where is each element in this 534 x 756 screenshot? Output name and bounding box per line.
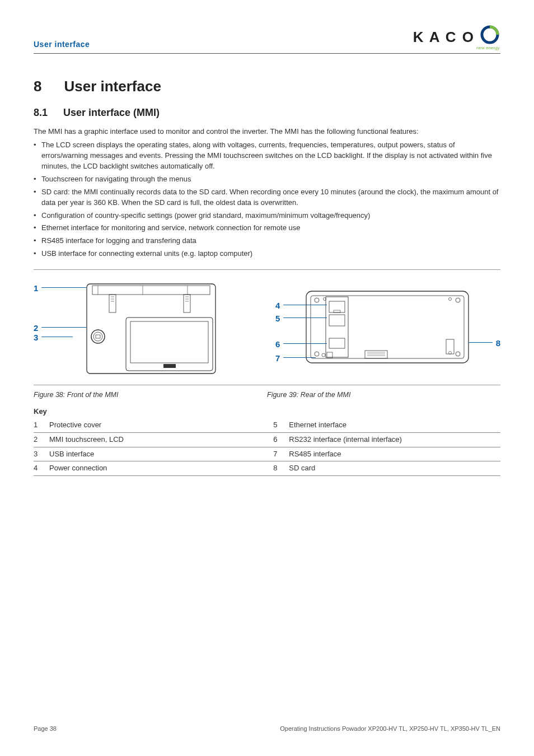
list-item: Configuration of country-specific settin… (34, 211, 500, 221)
callout-3: 3 (34, 332, 38, 344)
mmi-front-diagram (56, 281, 241, 379)
list-item: Touchscreen for navigating through the m… (34, 174, 500, 185)
key-text: SD card (289, 461, 500, 476)
table-row: 3 USB interface 7 RS485 interface (34, 447, 500, 461)
heading-2: 8.1 User interface (MMI) (34, 105, 500, 120)
key-text: RS485 interface (289, 447, 500, 461)
heading-2-number: 8.1 (34, 105, 48, 120)
svg-point-22 (315, 298, 319, 302)
header-section-title: User interface (34, 39, 90, 50)
page-footer: Page 38 Operating Instructions Powador X… (34, 725, 500, 734)
key-text: RS232 interface (internal interface) (289, 432, 500, 447)
caption-front: Figure 38: Front of the MMI (34, 390, 267, 400)
callout-4: 4 (275, 300, 280, 312)
feature-list: The LCD screen displays the operating st… (34, 140, 500, 259)
mmi-rear-diagram (292, 287, 483, 379)
svg-rect-32 (329, 338, 345, 348)
key-text: USB interface (49, 447, 273, 461)
list-item: Ethernet interface for monitoring and se… (34, 223, 500, 234)
svg-rect-6 (109, 295, 116, 312)
svg-rect-2 (92, 286, 210, 295)
footer-page-number: Page 38 (34, 725, 57, 734)
svg-point-27 (449, 297, 452, 300)
heading-1-text: User interface (64, 76, 161, 97)
svg-rect-29 (329, 301, 345, 312)
heading-2-text: User interface (MMI) (63, 105, 160, 120)
svg-point-18 (93, 332, 102, 341)
footer-doc-title: Operating Instructions Powador XP200-HV … (280, 725, 500, 734)
key-num: 7 (273, 447, 289, 461)
key-text: Protective cover (49, 418, 273, 432)
figure-front: 1 2 3 (34, 281, 259, 379)
svg-point-33 (322, 353, 325, 357)
page-header: User interface K A C O new energy. (34, 25, 500, 54)
intro-paragraph: The MMI has a graphic interface used to … (34, 127, 500, 137)
logo-tagline: new energy. (476, 45, 500, 52)
logo: K A C O new energy. (413, 25, 500, 50)
table-row: 1 Protective cover 5 Ethernet interface (34, 418, 500, 432)
svg-point-24 (315, 352, 319, 356)
svg-rect-21 (311, 296, 464, 358)
svg-rect-19 (96, 335, 100, 338)
caption-rear: Figure 39: Rear of the MMI (267, 390, 500, 400)
svg-rect-34 (327, 352, 332, 358)
svg-rect-39 (446, 339, 454, 354)
heading-1-number: 8 (34, 76, 41, 97)
key-num: 2 (34, 432, 49, 447)
key-table: 1 Protective cover 5 Ethernet interface … (34, 418, 500, 476)
key-num: 1 (34, 418, 49, 432)
figure-rear: 4 5 6 7 8 (275, 281, 500, 379)
table-row: 4 Power connection 8 SD card (34, 461, 500, 476)
key-heading: Key (34, 407, 500, 417)
key-num: 4 (34, 461, 49, 476)
svg-point-25 (456, 352, 460, 356)
logo-text: K A C O (413, 27, 475, 48)
list-item: SD card: the MMI continually records dat… (34, 187, 500, 208)
list-item: RS485 interface for logging and transfer… (34, 236, 500, 246)
key-text: Ethernet interface (289, 418, 500, 432)
svg-rect-35 (365, 351, 387, 358)
svg-rect-31 (329, 315, 345, 326)
svg-rect-15 (130, 321, 208, 363)
callout-5: 5 (275, 312, 280, 325)
callout-7: 7 (275, 352, 280, 365)
table-row: 2 MMI touchscreen, LCD 6 RS232 interface… (34, 432, 500, 447)
key-num: 6 (273, 432, 289, 447)
figures-container: 1 2 3 (34, 269, 500, 385)
key-text: Power connection (49, 461, 273, 476)
key-text: MMI touchscreen, LCD (49, 432, 273, 447)
svg-point-23 (456, 298, 460, 302)
svg-rect-10 (184, 295, 190, 312)
heading-1: 8 User interface (34, 76, 500, 97)
key-num: 3 (34, 447, 49, 461)
callout-8: 8 (496, 337, 500, 349)
figure-captions: Figure 38: Front of the MMI Figure 39: R… (34, 390, 500, 400)
list-item: USB interface for connecting external un… (34, 249, 500, 259)
callout-6: 6 (275, 338, 280, 351)
list-item: The LCD screen displays the operating st… (34, 140, 500, 172)
svg-rect-30 (334, 310, 340, 312)
svg-rect-16 (163, 364, 176, 368)
key-num: 5 (273, 418, 289, 432)
key-num: 8 (273, 461, 289, 476)
svg-rect-1 (87, 284, 216, 374)
callout-1: 1 (34, 282, 38, 295)
